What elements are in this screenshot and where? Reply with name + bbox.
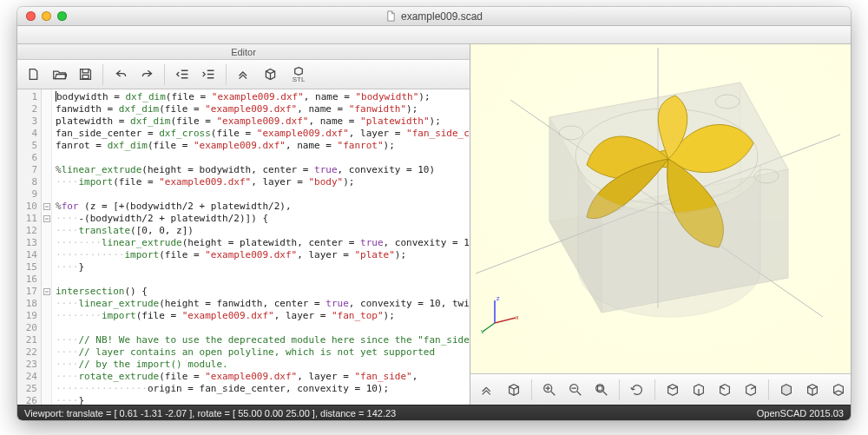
axes-gizmo: z x y: [481, 293, 521, 335]
export-stl-button[interactable]: STL: [284, 63, 313, 86]
status-viewport-text: Viewport: translate = [ 0.61 -1.31 -2.07…: [24, 408, 396, 419]
preview-button[interactable]: [232, 63, 256, 86]
window-title: example009.scad: [401, 10, 483, 23]
window-controls: [17, 11, 67, 21]
viewport-toolbar: [470, 373, 851, 405]
status-version: OpenSCAD 2015.03: [757, 408, 844, 419]
zoom-in-icon[interactable]: [537, 378, 562, 402]
svg-rect-26: [598, 386, 602, 390]
redo-button[interactable]: [135, 63, 159, 86]
render-button[interactable]: [258, 63, 282, 86]
axis-x-label: x: [516, 314, 519, 320]
new-button[interactable]: [21, 63, 45, 86]
indent-button[interactable]: [196, 63, 220, 86]
minimize-window-button[interactable]: [42, 11, 51, 21]
close-window-button[interactable]: [26, 11, 36, 21]
model-preview: [476, 48, 840, 334]
reset-view-icon[interactable]: [625, 378, 649, 402]
titlebar: example009.scad: [17, 7, 851, 26]
editor-toolbar: STL: [17, 60, 470, 89]
view-cube-4-icon[interactable]: [739, 378, 763, 402]
render-icon[interactable]: [502, 378, 526, 402]
preview-icon[interactable]: [476, 378, 500, 402]
document-icon: [385, 10, 397, 22]
3d-viewport[interactable]: z x y: [470, 44, 851, 373]
axis-z-label: z: [496, 295, 500, 301]
view-cube-6-icon[interactable]: [800, 378, 825, 402]
editor-pane: Editor STL 12: [17, 44, 470, 405]
status-bar: Viewport: translate = [ 0.61 -1.31 -2.07…: [17, 405, 851, 420]
open-button[interactable]: [47, 63, 71, 86]
svg-line-22: [483, 323, 495, 332]
save-button[interactable]: [73, 63, 97, 86]
zoom-out-icon[interactable]: [563, 378, 588, 402]
zoom-window-button[interactable]: [57, 11, 67, 21]
view-cube-5-icon[interactable]: [774, 378, 799, 402]
viewport-pane: z x y: [470, 44, 851, 405]
zoom-fit-icon[interactable]: [589, 378, 614, 402]
editor-caption: Editor: [17, 44, 470, 60]
axis-y-label: y: [481, 328, 484, 333]
view-cube-2-icon[interactable]: [687, 378, 711, 402]
menu-strip: [17, 26, 851, 44]
svg-line-21: [495, 318, 516, 323]
view-cube-1-icon[interactable]: [661, 378, 685, 402]
code-editor[interactable]: 1234567891011121314151617181920212223242…: [17, 89, 470, 405]
view-cube-7-icon[interactable]: [826, 378, 851, 402]
undo-button[interactable]: [108, 63, 133, 86]
unindent-button[interactable]: [170, 63, 194, 86]
app-window: example009.scad Editor: [17, 7, 851, 420]
svg-rect-0: [82, 75, 89, 78]
view-cube-3-icon[interactable]: [713, 378, 737, 402]
